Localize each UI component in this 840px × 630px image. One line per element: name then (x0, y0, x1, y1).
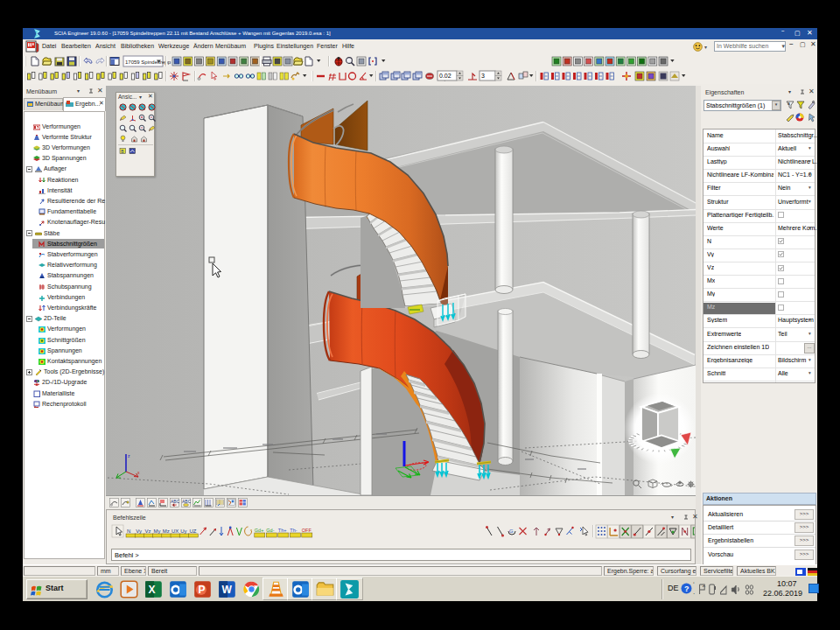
svg-text:OFF: OFF (302, 528, 312, 533)
svg-text:Th-: Th- (290, 528, 297, 533)
svg-text:P: P (199, 584, 206, 596)
svg-text:3: 3 (481, 73, 485, 79)
svg-text:UX: UX (172, 528, 178, 534)
svg-text:UZ: UZ (189, 528, 196, 534)
svg-text:W: W (221, 584, 232, 596)
svg-text:N: N (127, 528, 130, 534)
svg-text:X: X (148, 584, 155, 596)
svg-text:Th+: Th+ (278, 528, 287, 533)
svg-text:My: My (154, 528, 161, 534)
svg-text:G: G (509, 528, 514, 534)
svg-text:a: a (788, 101, 790, 106)
svg-text:17059 Spindeltrepp: 17059 Spindeltrepp (125, 60, 172, 65)
svg-text:0.02: 0.02 (439, 73, 452, 79)
svg-text:Mz: Mz (163, 528, 170, 534)
svg-text:ABC: ABC (182, 499, 191, 504)
svg-text:Vy: Vy (136, 528, 142, 534)
svg-text:ABC: ABC (171, 499, 179, 504)
svg-text:?: ? (684, 584, 690, 593)
svg-text:Vz: Vz (144, 528, 150, 534)
svg-text:Gd-: Gd- (266, 528, 274, 533)
svg-text:Uy: Uy (180, 528, 186, 534)
svg-text:Gd+: Gd+ (255, 528, 264, 533)
